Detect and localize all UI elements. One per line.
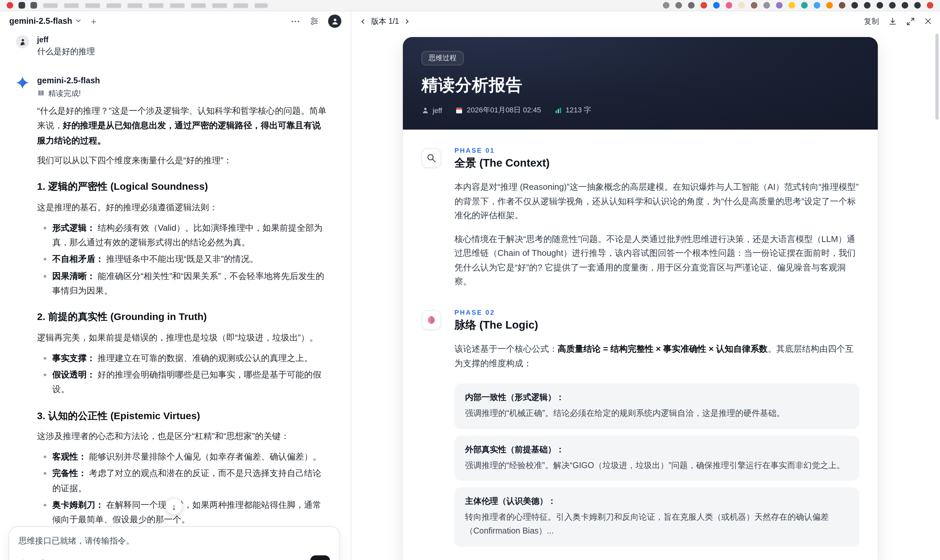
dimension-title: 内部一致性（形式逻辑）： bbox=[465, 392, 849, 403]
meta-item: 2026年01月08日 02:45 bbox=[455, 105, 541, 115]
menubar-app-icon[interactable] bbox=[726, 2, 732, 9]
assistant-message: gemini-2.5-flash 精读完成! “什么是好的推理？”这是一个涉及逻… bbox=[16, 76, 340, 560]
phase-section: PHASE 01全景 (The Context)本内容是对“推理 (Reason… bbox=[421, 147, 859, 289]
menubar-app-icon[interactable] bbox=[688, 2, 695, 9]
dimension-body: 强调推理的“机械正确”。结论必须在给定的规则系统内逻辑自洽，这是推理的硬件基础。 bbox=[465, 407, 849, 420]
account-avatar[interactable] bbox=[328, 15, 341, 28]
artifact-toolbar: 版本 1/1 复制 bbox=[352, 11, 940, 31]
menubar-app-icon[interactable] bbox=[776, 2, 783, 9]
list-menu-icon[interactable] bbox=[31, 2, 37, 9]
menubar-app-icon[interactable] bbox=[889, 2, 896, 9]
chat-header: gemini-2.5-flash + bbox=[0, 11, 351, 31]
menubar-app-icon[interactable] bbox=[663, 2, 669, 9]
menubar-app-icon[interactable] bbox=[851, 2, 858, 9]
menubar-menu-items-blurred bbox=[43, 3, 268, 8]
text-segment: 该论述基于一个核心公式： bbox=[455, 344, 558, 354]
list-item: 不自相矛盾： 推理链条中不能出现“既是又非”的情况。 bbox=[52, 252, 329, 267]
menubar-status-icons bbox=[663, 2, 933, 9]
user-message: jeff 什么是好的推理 bbox=[16, 35, 340, 57]
report-body: PHASE 01全景 (The Context)本内容是对“推理 (Reason… bbox=[403, 129, 878, 560]
menubar-left-icons bbox=[7, 2, 37, 9]
list-item-label: 不自相矛盾： bbox=[52, 254, 106, 264]
text-segment: 核心情境在于解决“思考的随意性”问题。不论是人类通过批判性思维进行决策，还是大语… bbox=[455, 234, 856, 286]
assistant-model-name: gemini-2.5-flash bbox=[37, 76, 329, 85]
list-item: 完备性： 考虑了对立的观点和潜在的反证，而不是只选择支持自己结论的证据。 bbox=[52, 466, 329, 495]
menubar-app-icon[interactable] bbox=[877, 2, 883, 9]
app-menu-icon[interactable] bbox=[18, 2, 25, 9]
attach-plus-icon[interactable] bbox=[18, 558, 28, 560]
chevron-down-icon bbox=[76, 17, 82, 26]
dimension-card: 外部真实性（前提基础）：强调推理的“经验校准”。解决“GIGO（垃圾进，垃圾出）… bbox=[455, 436, 859, 481]
artifact-tools: 复制 bbox=[864, 16, 932, 26]
list-item: 事实支撑： 推理建立在可靠的数据、准确的观测或公认的真理之上。 bbox=[52, 351, 329, 366]
phase-label: PHASE 02 bbox=[455, 309, 859, 316]
chat-scroll-area[interactable]: jeff 什么是好的推理 gemini-2.5-flash bbox=[0, 31, 351, 560]
more-options-icon[interactable] bbox=[290, 16, 300, 26]
menubar-app-icon[interactable] bbox=[914, 2, 921, 9]
text-segment: 高质量结论 = 结构完整性 × 事实准确性 × 认知自律系数 bbox=[558, 344, 768, 354]
menubar-app-icon[interactable] bbox=[927, 2, 933, 9]
version-switcher: 版本 1/1 bbox=[360, 16, 410, 26]
menubar-app-icon[interactable] bbox=[713, 2, 720, 9]
list-item: 奥卡姆剃刀： 在解释同一个现象时，如果两种推理都能站得住脚，通常倾向于最简单、假… bbox=[52, 498, 329, 527]
menubar-app-icon[interactable] bbox=[801, 2, 808, 9]
menubar-app-icon[interactable] bbox=[901, 2, 908, 9]
phase-paragraph: 本内容是对“推理 (Reasoning)”这一抽象概念的高层建模。在知识爆炸与人… bbox=[455, 180, 859, 223]
voice-input-button[interactable] bbox=[310, 555, 330, 560]
chevron-left-icon[interactable] bbox=[360, 18, 366, 24]
list-item: 形式逻辑： 结构必须有效（Valid）。比如演绎推理中，如果前提全部为真，那么通… bbox=[52, 220, 329, 250]
phase-paragraph: 该论述基于一个核心公式：高质量结论 = 结构完整性 × 事实准确性 × 认知自律… bbox=[455, 342, 859, 370]
calendar-icon bbox=[455, 106, 463, 114]
fullscreen-icon[interactable] bbox=[906, 17, 915, 25]
artifact-panel: 版本 1/1 复制 思维过程 精读分析报告 bbox=[352, 11, 940, 560]
phase-section: PHASE 02脉络 (The Logic)该论述基于一个核心公式：高质量结论 … bbox=[421, 309, 859, 546]
list-item: 因果清晰： 能准确区分“相关性”和“因果关系”，不会轻率地将先后发生的事情归为因… bbox=[52, 269, 329, 298]
list-item: 假设透明： 好的推理会明确指明哪些是已知事实，哪些是基于可能的假设。 bbox=[52, 368, 329, 397]
phase-title: 全景 (The Context) bbox=[455, 156, 859, 171]
assistant-message-content: gemini-2.5-flash 精读完成! “什么是好的推理？”这是一个涉及逻… bbox=[37, 76, 329, 560]
report-badge: 思维过程 bbox=[421, 51, 464, 65]
meta-text: jeff bbox=[433, 106, 442, 114]
text-segment: 好的推理是从已知信息出发，通过严密的逻辑路径，得出可靠且有说服力结论的过程。 bbox=[37, 121, 321, 145]
assistant-status-text: 精读完成! bbox=[48, 89, 81, 98]
menubar-app-icon[interactable] bbox=[751, 2, 757, 9]
menubar-app-icon[interactable] bbox=[864, 2, 871, 9]
text-segment: 本内容是对“推理 (Reasoning)”这一抽象概念的高层建模。在知识爆炸与人… bbox=[455, 182, 858, 220]
phase-label: PHASE 01 bbox=[455, 147, 859, 154]
menubar-app-icon[interactable] bbox=[839, 2, 845, 9]
message-input[interactable]: 思维接口已就绪，请传输指令。 bbox=[9, 526, 340, 560]
menubar-app-icon[interactable] bbox=[763, 2, 770, 9]
menubar-app-icon[interactable] bbox=[826, 2, 833, 9]
menubar-app-icon[interactable] bbox=[675, 2, 682, 9]
sparkle-tools-icon[interactable] bbox=[39, 558, 48, 560]
meta-text: 2026年01月08日 02:45 bbox=[467, 105, 541, 115]
assistant-paragraph: 逻辑再完美，如果前提是错误的，推理也是垃圾（即“垃圾进，垃圾出”）。 bbox=[37, 331, 329, 345]
scrollbar[interactable] bbox=[935, 34, 938, 120]
user-avatar[interactable] bbox=[16, 35, 29, 48]
text-segment: 这是推理的基石。好的推理必须遵循逻辑法则： bbox=[37, 202, 218, 212]
assistant-list: 客观性： 能够识别并尽量排除个人偏见（如幸存者偏差、确认偏差）。完备性： 考虑了… bbox=[37, 449, 329, 528]
menubar-app-icon[interactable] bbox=[738, 2, 745, 9]
list-item-label: 假设透明： bbox=[52, 369, 97, 380]
download-icon[interactable] bbox=[888, 17, 897, 25]
gemini-icon bbox=[16, 76, 29, 89]
assistant-heading: 3. 认知的公正性 (Epistemic Virtues) bbox=[37, 407, 329, 424]
new-chat-button[interactable]: + bbox=[91, 16, 97, 26]
dimension-title: 主体伦理（认识美德）： bbox=[465, 496, 849, 508]
scroll-to-bottom-button[interactable]: ↓ bbox=[165, 498, 183, 515]
chat-panel: gemini-2.5-flash + bbox=[0, 11, 351, 560]
menubar-app-icon[interactable] bbox=[701, 2, 707, 9]
menubar-app-icon[interactable] bbox=[789, 2, 795, 9]
report-card: 思维过程 精读分析报告 jeff2026年01月08日 02:451213 字 … bbox=[403, 37, 878, 560]
close-icon[interactable] bbox=[924, 17, 932, 25]
record-indicator-icon[interactable] bbox=[7, 2, 13, 9]
model-selector[interactable]: gemini-2.5-flash bbox=[9, 17, 82, 26]
phase-paragraph: 核心情境在于解决“思考的随意性”问题。不论是人类通过批判性思维进行决策，还是大语… bbox=[455, 232, 859, 289]
settings-sliders-icon[interactable] bbox=[310, 17, 319, 26]
copy-button[interactable]: 复制 bbox=[864, 16, 879, 26]
assistant-paragraph: 我们可以从以下四个维度来衡量什么是“好的推理”： bbox=[37, 153, 329, 168]
image-icon[interactable] bbox=[58, 558, 68, 560]
menubar-app-icon[interactable] bbox=[814, 2, 820, 9]
user-message-text: 什么是好的推理 bbox=[37, 46, 95, 57]
chevron-right-icon[interactable] bbox=[404, 18, 410, 24]
